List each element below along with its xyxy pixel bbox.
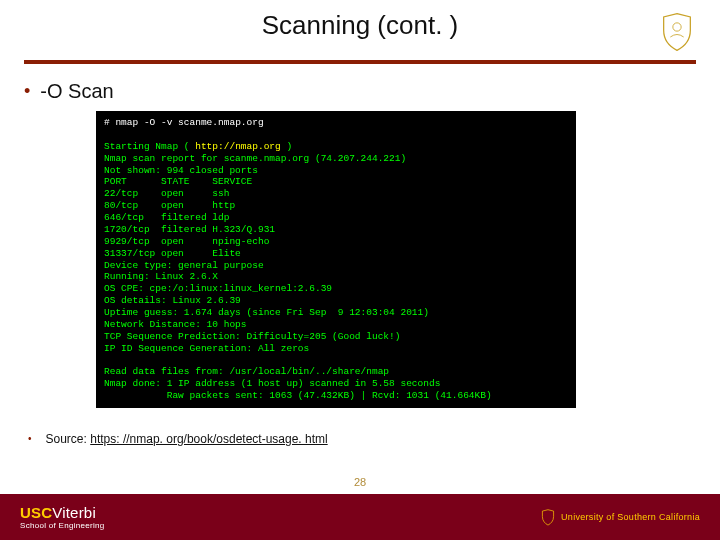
terminal-line: Nmap scan report for scanme.nmap.org (74… xyxy=(104,153,406,164)
bullet-item: • -O Scan xyxy=(24,80,696,103)
terminal-line: Uptime guess: 1.674 days (since Fri Sep … xyxy=(104,307,429,318)
footer-university: University of Southern California xyxy=(541,509,700,525)
bullet-text: -O Scan xyxy=(40,80,113,103)
terminal-line: 22/tcp open ssh xyxy=(104,188,229,199)
terminal-line: 80/tcp open http xyxy=(104,200,235,211)
terminal-url: http://nmap.org xyxy=(195,141,281,152)
terminal-line: 9929/tcp open nping-echo xyxy=(104,236,269,247)
source-link[interactable]: https: //nmap. org/book/osdetect-usage. … xyxy=(90,432,327,446)
terminal-command: nmap -O -v scanme.nmap.org xyxy=(115,117,263,128)
terminal-line: IP ID Sequence Generation: All zeros xyxy=(104,343,309,354)
terminal-line: Not shown: 994 closed ports xyxy=(104,165,258,176)
terminal-line: Nmap done: 1 IP address (1 host up) scan… xyxy=(104,378,440,389)
page-number: 28 xyxy=(0,476,720,488)
terminal-line: 646/tcp filtered ldp xyxy=(104,212,229,223)
terminal-line: Raw packets sent: 1063 (47.432KB) | Rcvd… xyxy=(104,390,492,401)
terminal-line: Network Distance: 10 hops xyxy=(104,319,247,330)
footer-brand: USCViterbi School of Engineering xyxy=(20,505,105,530)
terminal-line: 31337/tcp open Elite xyxy=(104,248,241,259)
terminal-output: # nmap -O -v scanme.nmap.org Starting Nm… xyxy=(96,111,576,408)
school-name: School of Engineering xyxy=(20,522,105,530)
source-row: • Source: https: //nmap. org/book/osdete… xyxy=(24,432,696,446)
terminal-line: OS CPE: cpe:/o:linux:linux_kernel:2.6.39 xyxy=(104,283,332,294)
university-name: University of Southern California xyxy=(561,512,700,522)
footer-bar: USCViterbi School of Engineering Univers… xyxy=(0,494,720,540)
terminal-prompt: # xyxy=(104,117,115,128)
terminal-line: Read data files from: /usr/local/bin/../… xyxy=(104,366,389,377)
terminal-line: 1720/tcp filtered H.323/Q.931 xyxy=(104,224,275,235)
divider xyxy=(24,60,696,64)
terminal-line: PORT STATE SERVICE xyxy=(104,176,252,187)
slide-title: Scanning (cont. ) xyxy=(80,10,640,41)
brand-usc: USC xyxy=(20,504,52,521)
brand-viterbi: Viterbi xyxy=(52,504,96,521)
terminal-line: Running: Linux 2.6.X xyxy=(104,271,218,282)
mini-shield-icon xyxy=(541,509,555,525)
bullet-dot-icon: • xyxy=(24,80,30,102)
source-label: Source: xyxy=(46,432,91,446)
terminal-line: Starting Nmap ( xyxy=(104,141,195,152)
terminal-line: Device type: general purpose xyxy=(104,260,264,271)
bullet-dot-icon: • xyxy=(28,432,32,446)
terminal-line: OS details: Linux 2.6.39 xyxy=(104,295,241,306)
terminal-line: ) xyxy=(281,141,292,152)
usc-shield-icon xyxy=(660,12,694,52)
svg-point-0 xyxy=(673,23,681,31)
terminal-line: TCP Sequence Prediction: Difficulty=205 … xyxy=(104,331,400,342)
